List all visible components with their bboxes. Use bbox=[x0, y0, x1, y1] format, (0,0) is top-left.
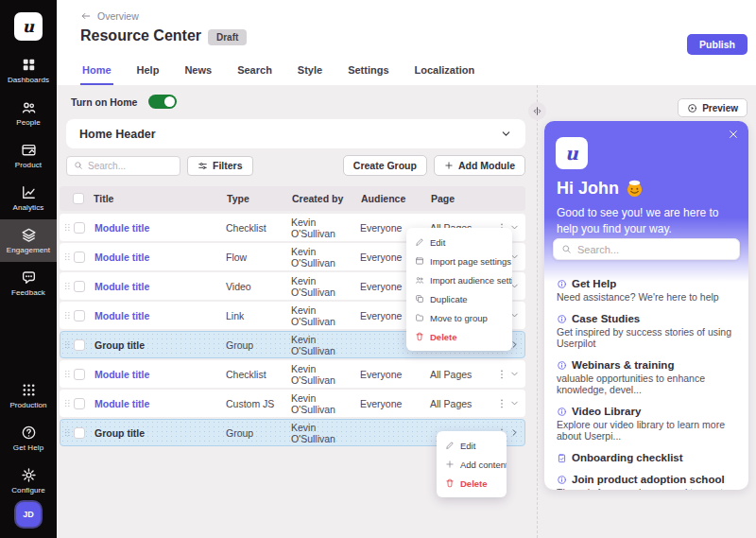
menu-item-import-audience-settings[interactable]: Import audience settings bbox=[406, 270, 512, 289]
resource-item[interactable]: Onboarding checklist bbox=[557, 452, 736, 463]
search-input[interactable] bbox=[88, 161, 173, 171]
menu-item-label: Add content bbox=[460, 460, 507, 470]
cell-type: Link bbox=[226, 310, 291, 321]
create-group-button[interactable]: Create Group bbox=[343, 155, 427, 176]
cell-created_by: Kevin O'Sullivan bbox=[291, 363, 360, 386]
table-row[interactable]: Module titleChecklistKevin O'SullivanEve… bbox=[60, 360, 525, 388]
plus-icon bbox=[444, 161, 454, 170]
back-link[interactable]: Overview bbox=[80, 10, 139, 22]
group-title-link[interactable]: Group title bbox=[89, 339, 226, 351]
module-title-link[interactable]: Module title bbox=[89, 398, 226, 409]
module-context-menu: EditImport page settingsImport audience … bbox=[406, 228, 512, 351]
row-checkbox[interactable] bbox=[74, 398, 85, 409]
menu-item-edit[interactable]: Edit bbox=[437, 436, 507, 455]
drag-handle-icon bbox=[62, 222, 71, 233]
column-header: Title bbox=[88, 193, 227, 204]
expand-row-chevron-icon[interactable] bbox=[509, 398, 524, 408]
info-icon bbox=[557, 360, 567, 371]
trash-icon bbox=[445, 478, 455, 488]
resource-item[interactable]: Video LibraryExplore our video library t… bbox=[557, 406, 736, 442]
sidebar-item-production[interactable]: Production bbox=[0, 374, 57, 417]
copy-icon bbox=[415, 294, 424, 304]
chevron-down-icon[interactable] bbox=[500, 128, 512, 140]
module-title-link[interactable]: Module title bbox=[89, 252, 226, 263]
resource-item[interactable]: Join product adoption schoolThe only fra… bbox=[557, 474, 736, 490]
menu-item-edit[interactable]: Edit bbox=[406, 233, 512, 252]
column-header: Created by bbox=[292, 193, 361, 204]
widget-search bbox=[553, 238, 740, 260]
resource-item[interactable]: Case StudiesGet inspired by success stor… bbox=[557, 313, 736, 349]
preview-button[interactable]: Preview bbox=[678, 98, 747, 117]
select-all-checkbox[interactable] bbox=[73, 193, 84, 204]
resource-item[interactable]: Webinars & trainingvaluable opportunitie… bbox=[557, 359, 736, 395]
row-checkbox[interactable] bbox=[74, 281, 85, 292]
resize-handle[interactable] bbox=[528, 102, 546, 120]
module-title-link[interactable]: Module title bbox=[89, 281, 226, 292]
row-checkbox[interactable] bbox=[74, 427, 85, 439]
sidebar-nav: DashboardsPeopleProductAnalyticsEngageme… bbox=[0, 49, 57, 304]
row-actions-kebab-icon[interactable] bbox=[496, 369, 509, 380]
menu-item-label: Import page settings bbox=[430, 256, 511, 267]
home-toggle[interactable] bbox=[148, 95, 177, 109]
sidebar-item-analytics[interactable]: Analytics bbox=[0, 177, 57, 219]
close-icon[interactable] bbox=[728, 129, 739, 140]
tab-news[interactable]: News bbox=[182, 64, 214, 85]
resource-item-title-row: Get Help bbox=[557, 278, 736, 289]
sidebar-item-product[interactable]: Product bbox=[0, 134, 57, 177]
filters-button[interactable]: Filters bbox=[187, 156, 253, 176]
resource-item[interactable]: Get HelpNeed assistance? We're here to h… bbox=[557, 278, 736, 303]
pencil-icon bbox=[445, 441, 455, 450]
open-group-chevron-icon[interactable] bbox=[509, 427, 524, 438]
menu-item-label: Edit bbox=[430, 237, 445, 248]
sidebar-item-dashboards[interactable]: Dashboards bbox=[0, 49, 57, 92]
menu-item-delete[interactable]: Delete bbox=[437, 474, 507, 493]
expand-row-chevron-icon[interactable] bbox=[509, 369, 524, 379]
row-checkbox[interactable] bbox=[74, 310, 85, 321]
tab-localization[interactable]: Localization bbox=[413, 64, 477, 85]
tab-search[interactable]: Search bbox=[235, 64, 274, 85]
table-row[interactable]: Module titleCustom JSKevin O'SullivanEve… bbox=[60, 390, 525, 417]
resource-item-title: Webinars & training bbox=[572, 359, 674, 371]
row-actions-kebab-icon[interactable] bbox=[496, 398, 509, 409]
sidebar-item-configure[interactable]: Configure bbox=[0, 460, 57, 502]
row-checkbox[interactable] bbox=[74, 369, 85, 380]
menu-item-add-content[interactable]: Add content bbox=[437, 455, 507, 474]
sidebar-item-people[interactable]: People bbox=[0, 92, 57, 134]
tab-help[interactable]: Help bbox=[135, 64, 162, 85]
toggle-knob bbox=[164, 96, 175, 107]
tab-settings[interactable]: Settings bbox=[346, 64, 390, 85]
menu-item-delete[interactable]: Delete bbox=[406, 327, 512, 346]
app-logo[interactable]: u bbox=[14, 12, 43, 41]
group-context-menu: EditAdd contentDelete bbox=[437, 431, 507, 497]
module-title-link[interactable]: Module title bbox=[89, 310, 226, 321]
row-checkbox[interactable] bbox=[74, 252, 85, 263]
widget-search-input[interactable] bbox=[577, 244, 731, 255]
module-title-link[interactable]: Module title bbox=[89, 369, 226, 380]
sidebar-item-get-help[interactable]: Get Help bbox=[0, 417, 57, 460]
row-checkbox[interactable] bbox=[74, 222, 85, 234]
user-avatar[interactable]: JD bbox=[16, 502, 41, 527]
menu-item-move-to-group[interactable]: Move to group bbox=[406, 308, 512, 327]
cell-type: Checklist bbox=[226, 369, 291, 380]
menu-item-duplicate[interactable]: Duplicate bbox=[406, 289, 512, 308]
home-header-section[interactable]: Home Header bbox=[66, 119, 525, 148]
group-title-link[interactable]: Group title bbox=[89, 427, 226, 439]
cell-type: Group bbox=[226, 339, 291, 351]
publish-button[interactable]: Publish bbox=[687, 34, 747, 55]
tab-style[interactable]: Style bbox=[296, 64, 324, 85]
cell-type: Flow bbox=[226, 252, 291, 263]
sidebar-item-label: Engagement bbox=[7, 246, 50, 254]
module-title-link[interactable]: Module title bbox=[89, 222, 226, 234]
cell-created_by: Kevin O'Sullivan bbox=[291, 275, 360, 298]
resource-item-title: Join product adoption school bbox=[572, 474, 725, 485]
row-checkbox[interactable] bbox=[74, 339, 85, 351]
resource-item-description: Explore our video library to learn more … bbox=[557, 419, 736, 442]
status-badge: Draft bbox=[208, 29, 247, 45]
cell-type: Checklist bbox=[226, 222, 291, 234]
sidebar-item-engagement[interactable]: Engagement bbox=[0, 219, 57, 262]
tab-home[interactable]: Home bbox=[80, 64, 113, 85]
sidebar-item-feedback[interactable]: Feedback bbox=[0, 262, 57, 304]
drag-handle-icon bbox=[62, 281, 71, 291]
menu-item-import-page-settings[interactable]: Import page settings bbox=[406, 252, 512, 270]
add-module-button[interactable]: Add Module bbox=[434, 155, 525, 176]
